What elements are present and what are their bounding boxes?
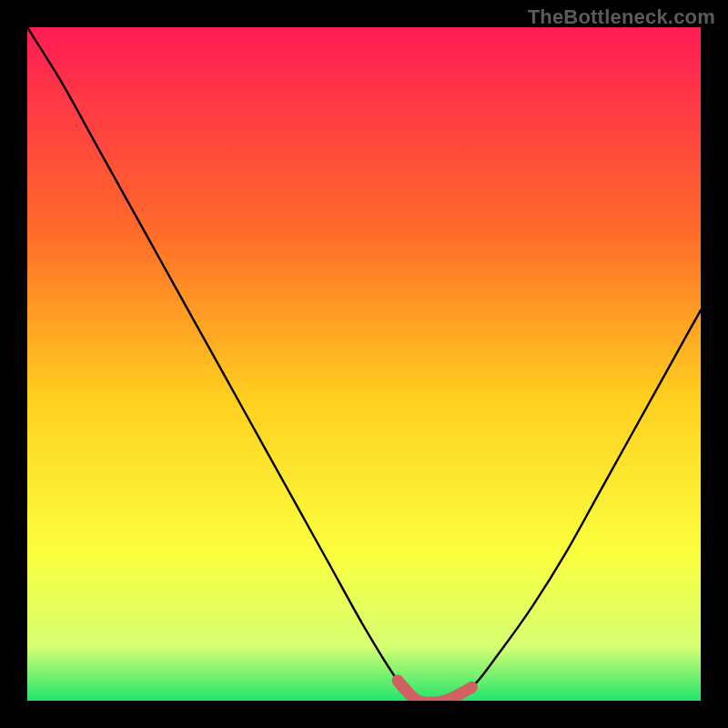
plot-area	[27, 27, 701, 701]
frame-bottom	[0, 701, 728, 728]
watermark-text: TheBottleneck.com	[528, 5, 715, 29]
frame-right	[701, 0, 728, 728]
frame-left	[0, 0, 27, 728]
bottleneck-chart	[0, 0, 728, 728]
chart-container: TheBottleneck.com	[0, 0, 728, 728]
